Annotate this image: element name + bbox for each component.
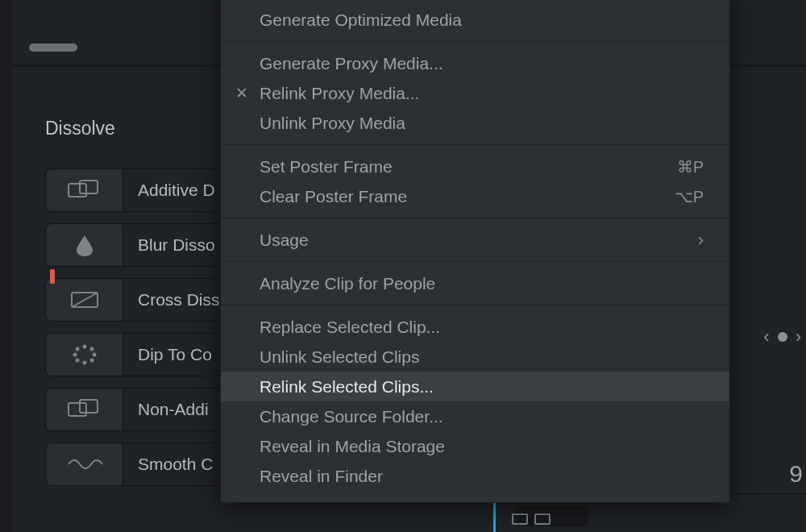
menu-label: Reveal in Media Storage (260, 437, 445, 456)
menu-clear-poster-frame[interactable]: Clear Poster Frame⌥P (221, 181, 729, 211)
close-icon: ✕ (235, 84, 248, 102)
menu-label: Clear Poster Frame (260, 187, 407, 206)
wave-icon-cell (46, 443, 123, 485)
menu-label: Unlink Selected Clips (260, 347, 419, 367)
menu-unlink-proxy-media[interactable]: Unlink Proxy Media (221, 108, 729, 138)
chevron-right-icon: › (698, 230, 704, 251)
menu-generate-optimized-media[interactable]: Generate Optimized Media (221, 5, 729, 35)
cross-dissolve-icon (64, 287, 106, 313)
app-left-edge (0, 0, 11, 532)
menu-generate-proxy-media[interactable]: Generate Proxy Media... (221, 48, 729, 78)
menu-change-source-folder[interactable]: Change Source Folder... (221, 401, 729, 431)
cross-icon-cell (46, 279, 123, 321)
svg-line-3 (72, 293, 98, 307)
menu-label: Analyze Clip for People (260, 274, 435, 293)
transition-label: Blur Disso (123, 235, 215, 255)
menu-replace-selected-clip[interactable]: Replace Selected Clip... (221, 312, 729, 342)
menu-separator (221, 41, 729, 42)
menu-set-poster-frame[interactable]: Set Poster Frame⌘P (221, 152, 729, 181)
menu-separator (221, 305, 729, 305)
menu-analyze-clip-for-people[interactable]: Analyze Clip for People (221, 268, 729, 298)
menu-separator (221, 218, 729, 218)
drop-icon (64, 232, 106, 258)
menu-reveal-in-finder[interactable]: Reveal in Finder (221, 461, 729, 491)
dots-icon-cell (46, 334, 123, 376)
shortcut: ⌘P (677, 157, 704, 177)
transition-label: Smooth C (123, 455, 213, 474)
svg-point-4 (82, 345, 86, 349)
menu-reveal-in-media-storage[interactable]: Reveal in Media Storage (221, 431, 729, 461)
transition-label: Cross Diss (123, 290, 220, 310)
menu-label: Relink Proxy Media... (260, 84, 419, 103)
menu-relink-selected-clips[interactable]: Relink Selected Clips... (221, 372, 729, 401)
menu-label: Change Source Folder... (260, 407, 443, 426)
svg-point-6 (92, 353, 96, 357)
track-small-icons (512, 513, 550, 525)
svg-point-9 (75, 359, 79, 363)
menu-relink-proxy-media[interactable]: ✕Relink Proxy Media... (221, 78, 729, 108)
favorite-marker (50, 269, 55, 284)
horizontal-scrollbar-thumb[interactable] (29, 44, 77, 52)
timecode-digit: 9 (789, 460, 803, 488)
svg-point-5 (89, 347, 93, 351)
svg-rect-0 (69, 184, 86, 197)
additive-icon-cell (46, 389, 123, 430)
menu-label: Set Poster Frame (260, 157, 393, 177)
menu-label: Replace Selected Clip... (260, 318, 440, 337)
menu-usage[interactable]: Usage› (221, 225, 729, 255)
prev-icon[interactable]: ‹ (763, 326, 769, 347)
svg-point-10 (73, 353, 77, 357)
menu-unlink-selected-clips[interactable]: Unlink Selected Clips (221, 342, 729, 372)
spinner-dots-icon (64, 342, 106, 368)
additive-icon (64, 177, 106, 203)
menu-label: Unlink Proxy Media (260, 114, 405, 133)
wave-icon (64, 451, 106, 477)
menu-separator (221, 261, 729, 262)
svg-point-7 (89, 359, 93, 363)
additive-icon-cell (46, 169, 123, 211)
menu-label: Reveal in Finder (260, 467, 383, 486)
drop-icon-cell (46, 224, 123, 266)
svg-rect-12 (69, 403, 86, 416)
transition-label: Non-Addi (123, 400, 209, 419)
menu-label: Generate Proxy Media... (260, 54, 443, 73)
transition-label: Dip To Co (123, 345, 212, 364)
svg-rect-13 (80, 400, 98, 413)
svg-point-11 (75, 347, 79, 351)
non-additive-icon (64, 397, 106, 422)
track-box-icon[interactable] (512, 513, 528, 525)
shortcut: ⌥P (675, 187, 704, 206)
viewer-navigation: ‹ › (763, 326, 801, 347)
menu-label: Usage (260, 231, 309, 250)
transition-label: Additive D (123, 181, 215, 200)
svg-rect-1 (80, 181, 98, 193)
svg-point-8 (82, 361, 86, 365)
clip-context-menu: Generate Optimized Media Generate Proxy … (220, 0, 730, 503)
menu-label: Relink Selected Clips... (260, 377, 434, 397)
menu-label: Generate Optimized Media (260, 10, 462, 30)
next-icon[interactable]: › (796, 326, 801, 347)
current-dot-icon (778, 332, 787, 342)
menu-separator (221, 144, 729, 145)
track-box-icon[interactable] (534, 513, 550, 525)
